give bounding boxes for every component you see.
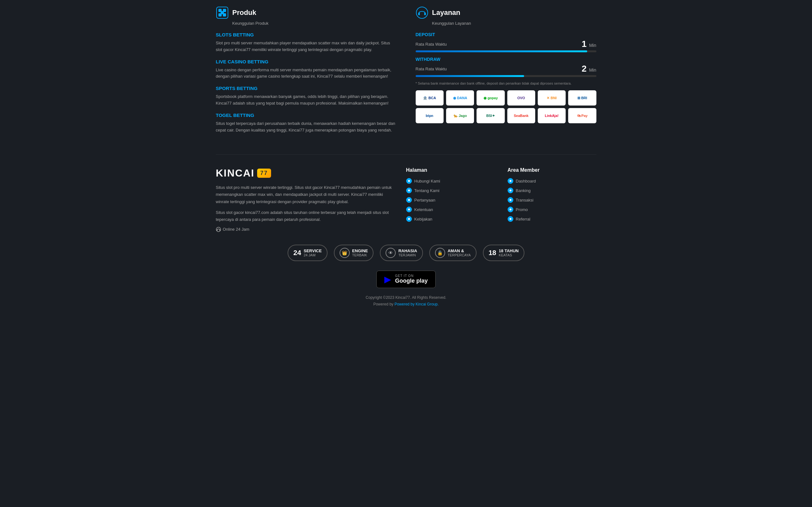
kincai-group-link[interactable]: Powered by Kincai Group. <box>395 302 439 306</box>
dice-icon <box>216 6 229 19</box>
payment-bca: 🏦 BCA <box>416 90 444 106</box>
google-play-icon: ▶ <box>384 274 391 285</box>
withdraw-progress-bar <box>416 75 596 77</box>
nav-dot-icon <box>508 178 513 184</box>
transaksi-link[interactable]: Transaksi <box>508 197 596 203</box>
payment-btpn: btpn <box>416 108 444 123</box>
casino-title: LIVE CASINO BETTING <box>216 59 397 64</box>
payment-bni: ✕ BNI <box>538 90 566 106</box>
tentang-kami-link[interactable]: Tentang Kami <box>406 187 495 193</box>
gplay-store-name: Google play <box>395 278 428 284</box>
nav-dot-icon <box>508 207 513 212</box>
payment-seabank: SeaBank <box>507 108 535 123</box>
footer-desc-1: Situs slot pro multi server winrate tert… <box>216 184 394 205</box>
badge-aman-sub: TERPERCAYA <box>448 253 471 257</box>
list-item[interactable]: Tentang Kami <box>406 187 495 193</box>
headset-small-icon <box>216 227 221 232</box>
payment-linkaja: LinkAja! <box>538 108 566 123</box>
hubungi-kami-link[interactable]: Hubungi Kami <box>406 178 495 184</box>
nav-dot-icon <box>406 216 412 222</box>
svg-point-6 <box>416 7 428 18</box>
badge-18-number: 18 <box>489 249 496 257</box>
promo-link[interactable]: Promo <box>508 207 596 212</box>
list-item[interactable]: Dashboard <box>508 178 596 184</box>
produk-header: Produk <box>216 6 397 19</box>
badge-aman-text: AMAN & TERPERCAYA <box>448 248 471 257</box>
badge-engine-sub: TERBAIK <box>352 253 368 257</box>
badge-service-main: SERVICE <box>304 248 322 253</box>
banking-link[interactable]: Banking <box>508 187 596 193</box>
casino-desc: Live casino dengan performa multi server… <box>216 67 397 80</box>
badge-service-text: SERVICE 24 JAM <box>304 248 322 257</box>
payment-shopeepay: 🛍 Pay <box>568 108 596 123</box>
footer-nav-member: Area Member Dashboard Banking <box>508 167 596 232</box>
footer-desc-2: Situs slot gacor kincai77.com adalah sit… <box>216 209 394 223</box>
referral-link[interactable]: Referral <box>508 216 596 222</box>
badge-engine-text: ENGINE TERBAIK <box>352 248 368 257</box>
layanan-header: Layanan <box>416 6 596 19</box>
nav-dot-icon <box>508 197 513 203</box>
deposit-label: DEPOSIT <box>416 32 596 37</box>
list-item[interactable]: Transaksi <box>508 197 596 203</box>
payment-bri: ⊞ BRI <box>568 90 596 106</box>
deposit-bar-fill <box>416 50 588 52</box>
payment-dana: ◉ DANA <box>446 90 474 106</box>
badge-engine: 👑 ENGINE TERBAIK <box>334 245 374 261</box>
deposit-progress-bar <box>416 50 596 52</box>
slots-title: SLOTS BETTING <box>216 32 397 38</box>
list-item[interactable]: Kebijakan <box>406 216 495 222</box>
withdraw-progress-label: Rata Rata Waktu <box>416 66 447 71</box>
headset-icon <box>416 6 428 19</box>
layanan-title: Layanan <box>432 9 460 17</box>
badge-24-number: 24 <box>293 249 301 257</box>
svg-rect-8 <box>424 13 426 15</box>
badge-strip: 24 SERVICE 24 JAM 👑 ENGINE TERBAIK 👁 RAH… <box>216 245 596 261</box>
google-play-button[interactable]: ▶ GET IT ON Google play <box>376 271 436 288</box>
nav-dot-icon <box>406 197 412 203</box>
payment-bsi: BSI✦ <box>476 108 504 123</box>
list-item[interactable]: Banking <box>508 187 596 193</box>
svg-rect-5 <box>223 13 226 16</box>
layanan-column: Layanan Keunggulan Layanan DEPOSIT Rata … <box>416 6 596 135</box>
payment-jago: 🐆 Jago <box>446 108 474 123</box>
halaman-link-0: Hubungi Kami <box>414 179 441 183</box>
area-member-list: Dashboard Banking Transaksi <box>508 178 596 222</box>
powered-by-text: Powered by Powered by Kincai Group. <box>216 301 596 308</box>
nav-dot-icon <box>406 178 412 184</box>
badge-rahasia-text: RAHASIA TERJAMIN <box>398 248 417 257</box>
togel-desc: Situs togel terpercaya dari perusahaan t… <box>216 120 397 134</box>
sports-title: SPORTS BETTING <box>216 86 397 91</box>
pertanyaan-link[interactable]: Pertanyaan <box>406 197 495 203</box>
google-play-section: ▶ GET IT ON Google play <box>216 271 596 288</box>
list-item[interactable]: Hubungi Kami <box>406 178 495 184</box>
gplay-get-it-text: GET IT ON <box>395 274 428 278</box>
payment-ovo: OVO <box>507 90 535 106</box>
top-section: Produk Keunggulan Produk SLOTS BETTING S… <box>216 6 596 135</box>
svg-rect-11 <box>219 229 220 231</box>
dashboard-link[interactable]: Dashboard <box>508 178 596 184</box>
list-item[interactable]: Referral <box>508 216 596 222</box>
badge-18-main: 18 TAHUN <box>499 248 519 253</box>
badge-rahasia-sub: TERJAMIN <box>398 253 417 257</box>
payment-grid: 🏦 BCA ◉ DANA ◉ gopay OVO ✕ BNI ⊞ BRI btp… <box>416 90 596 123</box>
footer-brand: KINCAI 77 Situs slot pro multi server wi… <box>216 167 394 232</box>
badge-rahasia: 👁 RAHASIA TERJAMIN <box>380 245 423 261</box>
halaman-link-4: Kebijakan <box>414 217 433 222</box>
list-item[interactable]: Promo <box>508 207 596 212</box>
halaman-list: Hubungi Kami Tentang Kami Pertanyaan <box>406 178 495 222</box>
copyright-section: Copyright ©2023 Kincai77. All Rights Res… <box>216 294 596 314</box>
svg-rect-4 <box>218 13 222 16</box>
ketentuan-link[interactable]: Ketentuan <box>406 207 495 212</box>
brand-logo: KINCAI 77 <box>216 167 394 179</box>
list-item[interactable]: Ketentuan <box>406 207 495 212</box>
member-link-4: Referral <box>516 217 530 222</box>
withdraw-value: 2 Min <box>581 64 596 74</box>
kebijakan-link[interactable]: Kebijakan <box>406 216 495 222</box>
list-item[interactable]: Pertanyaan <box>406 197 495 203</box>
member-link-0: Dashboard <box>516 179 536 183</box>
badge-18-text: 18 TAHUN KEATAS <box>499 248 519 257</box>
layanan-subtitle: Keunggulan Layanan <box>432 21 596 26</box>
area-member-title: Area Member <box>508 167 596 173</box>
badge-aman-main: AMAN & <box>448 248 471 253</box>
svg-rect-7 <box>418 13 420 15</box>
